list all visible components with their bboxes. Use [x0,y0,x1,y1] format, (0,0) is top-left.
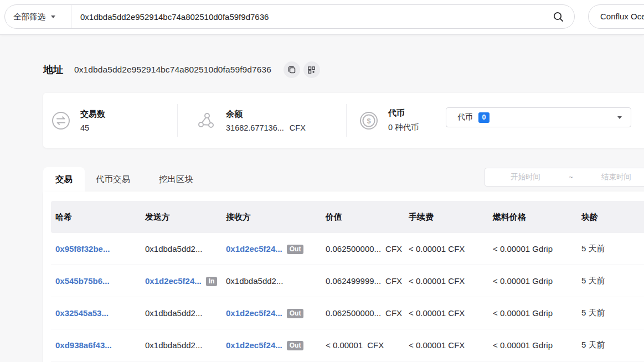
divider [177,104,178,137]
table-header-row: 哈希 发送方 接收方 价值 手续费 燃料价格 块龄 [51,201,644,233]
tx-hash-link[interactable]: 0xd938a6f43... [55,340,112,350]
token-select-dropdown[interactable]: 代币 0 [446,107,631,127]
tx-gas-price: < 0.00001 Gdrip [488,308,577,318]
tx-gas-price: < 0.00001 Gdrip [488,276,577,286]
search-button[interactable] [548,11,574,22]
search-input[interactable] [71,5,548,28]
to-address[interactable]: 0x1d2ec5f24... [226,308,282,318]
tx-value: 0.062500000... [326,308,381,318]
tab-label: 交易 [55,174,73,185]
token-count-badge: 0 [478,112,490,123]
from-address[interactable]: 0x1dbda5dd2... [145,244,202,254]
tab-label: 代币交易 [96,174,130,185]
balance-unit: CFX [290,123,306,132]
column-header-to: 接收方 [221,212,321,223]
tab-mined-blocks[interactable]: 挖出区块 [148,167,204,192]
search-filter-dropdown[interactable]: 全部筛选 [5,5,71,28]
tx-value-unit: CFX [385,244,402,254]
transactions-table-card: 哈希 发送方 接收方 价值 手续费 燃料价格 块龄 0x95f8f32be...… [43,192,644,362]
tx-gas-price: < 0.00001 Gdrip [488,244,577,254]
balance-icon [197,111,217,131]
stat-label: 交易数 [80,109,105,120]
top-search-bar: 全部筛选 Conflux Oce [0,0,644,35]
tx-hash-link[interactable]: 0x545b75b6... [55,276,110,286]
table-row: 0xd938a6f43... 0x1dbda5dd2... 0x1d2ec5f2… [51,329,644,361]
address-stats-card: 交易数 45 余额 31682.677136...CFX $ [43,93,644,148]
address-value: 0x1dbda5dd2e952914bc74a802510d0fa59f9d76… [74,65,271,75]
copy-icon [287,65,296,74]
end-date-input[interactable]: 结束时间 [576,172,644,182]
stat-value: 31682.677136...CFX [226,123,306,132]
tx-value: 0.062500000... [326,244,381,254]
tx-value: < 0.00001 [326,340,363,350]
stat-transaction-count: 交易数 45 [51,93,105,148]
tab-label: 挖出区块 [159,174,193,185]
chevron-down-icon [617,116,622,119]
balance-amount: 31682.677136... [226,123,284,132]
search-icon [553,11,564,22]
table-body: 0x95f8f32be... 0x1dbda5dd2... 0x1d2ec5f2… [51,233,644,361]
date-range-separator: ~ [566,173,576,181]
table-row: 0x95f8f32be... 0x1dbda5dd2... 0x1d2ec5f2… [51,233,644,265]
token-select-label: 代币 [457,112,473,122]
chevron-down-icon [51,15,55,18]
direction-out-badge: Out [287,341,304,350]
start-date-input[interactable]: 开始时间 [485,172,566,182]
confluxscan-address-page: 全部筛选 Conflux Oce 地址 0x1dbda5dd2e952914bc… [0,0,644,362]
date-range-picker: 开始时间 ~ 结束时间 [485,168,644,187]
to-address[interactable]: 0x1d2ec5f24... [226,244,282,254]
token-coin-icon: $ [359,111,379,131]
qr-code-icon [307,66,316,74]
divider [346,104,347,137]
tab-transactions[interactable]: 交易 [43,167,85,192]
column-header-fee: 手续费 [404,212,488,223]
tx-value-unit: CFX [385,308,402,318]
stat-value: 0 种代币 [388,122,419,133]
tx-hash-link[interactable]: 0x32545a53... [55,308,109,318]
tab-bar: 交易 代币交易 挖出区块 [43,167,204,192]
svg-text:$: $ [367,117,371,125]
tx-age: 5 天前 [577,340,644,350]
tx-fee: < 0.00001 CFX [404,244,488,254]
column-header-gas-price: 燃料价格 [488,212,577,223]
tx-value-unit: CFX [367,340,384,350]
stat-tokens: $ 代币 0 种代币 [359,93,419,148]
network-switch-label: Conflux Oce [600,12,644,21]
transactions-icon [51,111,71,131]
tx-age: 5 天前 [577,276,644,286]
from-address[interactable]: 0x1dbda5dd2... [145,340,202,350]
to-address[interactable]: 0x1dbda5dd2... [226,276,283,286]
tx-value: 0.062499999... [326,276,381,286]
to-address[interactable]: 0x1d2ec5f24... [226,340,282,350]
tx-age: 5 天前 [577,244,644,254]
table-row: 0x32545a53... 0x1dbda5dd2... 0x1d2ec5f24… [51,297,644,329]
direction-in-badge: In [206,277,218,286]
stat-value: 45 [80,123,105,132]
column-header-value: 价值 [321,212,404,223]
from-address[interactable]: 0x1dbda5dd2... [145,308,202,318]
tx-gas-price: < 0.00001 Gdrip [488,340,577,350]
tx-hash-link[interactable]: 0x95f8f32be... [55,244,110,254]
tx-age: 5 天前 [577,308,644,318]
network-switch-button[interactable]: Conflux Oce [588,4,644,29]
tx-fee: < 0.00001 CFX [404,340,488,350]
direction-out-badge: Out [287,309,304,318]
search-pill: 全部筛选 [4,4,575,29]
tx-fee: < 0.00001 CFX [404,308,488,318]
direction-out-badge: Out [287,245,304,254]
column-header-age: 块龄 [577,212,644,223]
column-header-from: 发送方 [141,212,221,223]
column-header-hash: 哈希 [51,212,141,223]
address-header: 地址 0x1dbda5dd2e952914bc74a802510d0fa59f9… [43,61,320,78]
from-address[interactable]: 0x1d2ec5f24... [145,276,202,286]
copy-address-button[interactable] [284,61,300,78]
qr-code-button[interactable] [303,61,320,78]
stat-label: 代币 [388,108,419,118]
stat-label: 余额 [226,109,306,120]
tx-value-unit: CFX [385,276,402,286]
tab-token-transfers[interactable]: 代币交易 [85,167,141,192]
table-row: 0x545b75b6... 0x1d2ec5f24...In 0x1dbda5d… [51,265,644,297]
tx-fee: < 0.00001 CFX [404,276,488,286]
stat-balance: 余额 31682.677136...CFX [197,93,306,148]
address-label: 地址 [43,63,63,76]
